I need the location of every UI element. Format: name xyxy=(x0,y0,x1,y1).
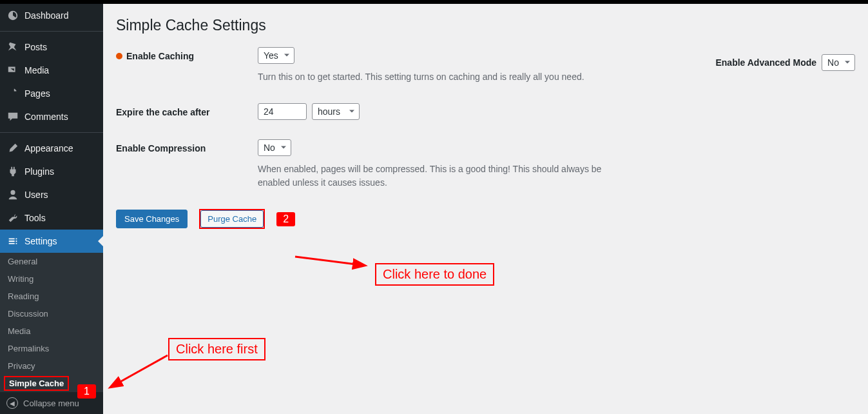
comment-icon xyxy=(6,110,19,123)
annotation-arrow-1 xyxy=(113,352,171,390)
annotation-callout-1: Click here first xyxy=(168,338,265,360)
expire-value-input[interactable] xyxy=(258,103,307,120)
compression-row: Enable Compression No When enabled, page… xyxy=(116,139,855,190)
submenu-item-discussion[interactable]: Discussion xyxy=(0,305,103,322)
pin-icon xyxy=(6,41,19,54)
submenu-item-media[interactable]: Media xyxy=(0,322,103,340)
advanced-mode-row: Enable Advanced Mode No xyxy=(715,54,855,71)
sidebar-item-label: Dashboard xyxy=(24,10,69,21)
dashboard-icon xyxy=(6,9,19,22)
sidebar-item-label: Users xyxy=(24,190,48,200)
expire-label: Expire the cache after xyxy=(116,103,258,117)
media-icon xyxy=(6,64,19,77)
expire-unit-select[interactable]: hours xyxy=(312,103,360,120)
sidebar-item-comments[interactable]: Comments xyxy=(0,105,103,128)
sidebar-item-posts[interactable]: Posts xyxy=(0,35,103,59)
enable-caching-desc: Turn this on to get started. This settin… xyxy=(258,70,619,84)
svg-line-0 xyxy=(118,355,168,383)
sidebar-item-appearance[interactable]: Appearance xyxy=(0,137,103,160)
sidebar-item-label: Posts xyxy=(24,42,47,52)
sidebar-item-dashboard[interactable]: Dashboard xyxy=(0,4,103,27)
save-button[interactable]: Save Changes xyxy=(116,210,188,228)
advanced-mode-select[interactable]: No xyxy=(822,54,855,71)
submenu-item-reading[interactable]: Reading xyxy=(0,288,103,305)
submenu-item-permalinks[interactable]: Permalinks xyxy=(0,340,103,357)
annotation-badge-2: 2 xyxy=(276,212,295,226)
sidebar-item-label: Settings xyxy=(24,236,57,246)
sidebar-item-media[interactable]: Media xyxy=(0,59,103,82)
annotation-arrow-2 xyxy=(292,250,363,272)
annotation-callout-2: Click here to done xyxy=(375,263,494,286)
page-icon xyxy=(6,87,19,100)
submenu-item-general[interactable]: General xyxy=(0,253,103,270)
sidebar-item-label: Plugins xyxy=(24,166,54,177)
annotation-box: Purge Cache xyxy=(199,209,265,229)
main-content: Simple Cache Settings Enable Advanced Mo… xyxy=(103,4,868,414)
brush-icon xyxy=(6,142,19,155)
sidebar-item-label: Pages xyxy=(24,88,50,99)
expire-row: Expire the cache after hours xyxy=(116,103,855,120)
wrench-icon xyxy=(6,212,19,224)
collapse-label: Collapse menu xyxy=(23,399,79,408)
compression-select[interactable]: No xyxy=(258,139,291,156)
compression-desc: When enabled, pages will be compressed. … xyxy=(258,163,619,190)
compression-label: Enable Compression xyxy=(116,139,258,153)
collapse-icon: ◀ xyxy=(6,397,18,409)
plugin-icon xyxy=(6,165,19,178)
sidebar-item-settings[interactable]: Settings xyxy=(0,230,103,253)
sidebar-item-label: Appearance xyxy=(24,143,73,153)
submenu-item-simple-cache[interactable]: Simple Cache xyxy=(4,376,69,391)
sidebar-item-label: Tools xyxy=(24,213,46,223)
page-title: Simple Cache Settings xyxy=(116,17,855,34)
sidebar-item-pages[interactable]: Pages xyxy=(0,82,103,105)
advanced-mode-label: Enable Advanced Mode xyxy=(715,57,816,68)
submenu-item-privacy[interactable]: Privacy xyxy=(0,357,103,375)
enable-caching-label: Enable Caching xyxy=(126,51,194,61)
enable-caching-select[interactable]: Yes xyxy=(258,47,294,64)
svg-line-1 xyxy=(295,257,356,264)
status-dot-icon xyxy=(116,53,122,59)
sidebar-item-label: Comments xyxy=(24,112,68,122)
sidebar-item-users[interactable]: Users xyxy=(0,183,103,206)
purge-cache-button[interactable]: Purge Cache xyxy=(200,210,264,228)
sidebar-item-tools[interactable]: Tools xyxy=(0,206,103,230)
settings-submenu: General Writing Reading Discussion Media… xyxy=(0,253,103,392)
annotation-badge-1: 1 xyxy=(77,384,96,399)
sidebar-item-plugins[interactable]: Plugins xyxy=(0,160,103,183)
admin-sidebar: Dashboard Posts Media Pages Comments App… xyxy=(0,4,103,414)
settings-icon xyxy=(6,235,19,248)
submenu-item-writing[interactable]: Writing xyxy=(0,270,103,288)
sidebar-item-label: Media xyxy=(24,65,49,75)
user-icon xyxy=(6,188,19,201)
